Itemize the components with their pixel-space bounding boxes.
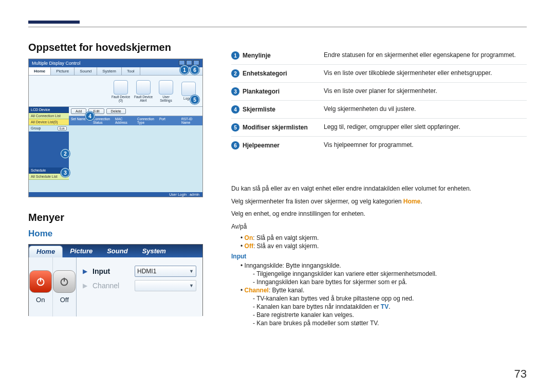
para-3: Velg en enhet, og endre innstillingen fo… [231, 209, 527, 219]
arrow-icon: ▶ [83, 282, 87, 289]
callout-3: 3 [61, 168, 70, 177]
hp-tab-sound: Sound [100, 245, 135, 257]
tool-fault-device: Fault Device (0) [111, 80, 131, 102]
para-avpa: Av/på [231, 222, 527, 232]
legend-label-text: Menylinje [243, 52, 271, 59]
sidebar-section-lcd: LCD Device [29, 107, 69, 113]
legend-desc: Endre statusen for en skjermenhet eller … [324, 51, 527, 59]
input-sub-2: Inngangskilden kan bare byttes for skjer… [253, 278, 527, 286]
legend-num: 1 [231, 51, 239, 60]
sidebar-group: Group Edit [29, 125, 69, 132]
power-on-label: On [36, 296, 45, 304]
home-keyword: Home [403, 198, 420, 205]
hp-tab-picture: Picture [63, 245, 100, 257]
tool-user-settings: User Settings [156, 80, 176, 102]
page-number: 73 [514, 367, 527, 381]
input-row: ▶ Input HDMI1 ▼ [83, 266, 196, 277]
tab-system: System [97, 67, 122, 75]
legend-desc: Velg skjermenheten du vil justere. [324, 105, 527, 113]
tab-tool: Tool [122, 67, 140, 75]
legend-row: 1Menylinje Endre statusen for en skjerme… [231, 47, 527, 65]
mdc-titlebar: Multiple Display Control [29, 59, 202, 67]
legend-label-text: Hjelpeemner [243, 142, 280, 149]
mdc-title-text: Multiple Display Control [32, 61, 81, 66]
btn-delete: Delete [106, 108, 126, 114]
ch-sub-4: Kan bare brukes på modeller som støtter … [253, 320, 527, 327]
legend-desc: Legg til, rediger, omgrupper eller slett… [324, 123, 527, 130]
input-sub-1: Tilgjengelige inngangskilder kan variere… [253, 270, 527, 277]
onoff-list: On: Slå på en valgt skjerm. Off: Slå av … [231, 234, 527, 250]
power-off-button: Off [53, 257, 77, 316]
ch-sub-1: TV-kanalen kan byttes ved å bruke piltas… [253, 295, 527, 302]
callout-4: 4 [85, 111, 95, 121]
legend-num: 5 [231, 123, 239, 132]
hp-tab-home: Home [29, 246, 63, 257]
arrow-icon: ▶ [83, 268, 87, 275]
legend-row: 6Hjelpeemner Vis hjelpeemner for program… [231, 137, 527, 154]
sidebar-edit-button: Edit [58, 126, 67, 130]
callout-5: 5 [190, 95, 199, 104]
tab-home: Home [29, 67, 51, 75]
callout-1: 1 [180, 65, 189, 74]
legend-num: 3 [231, 87, 239, 96]
chevron-down-icon: ▼ [189, 283, 194, 288]
mdc-statusbar: User Login : admin [29, 192, 202, 197]
legend-desc: Vis hjelpeemner for programmet. [324, 141, 527, 148]
legend-table: 1Menylinje Endre statusen for en skjerme… [231, 47, 527, 154]
legend-row: 2Enhetskategori Vis en liste over tilkob… [231, 65, 527, 83]
input-combo: HDMI1 ▼ [135, 266, 196, 277]
legend-label-text: Enhetskategori [243, 70, 287, 77]
channel-label: Channel [92, 282, 130, 290]
callout-6: 6 [190, 65, 199, 74]
sidebar-item-allconn: All Connection List [29, 113, 69, 119]
tool-fault-alert: Fault Device Alert [134, 80, 153, 102]
input-label: Input [92, 267, 130, 275]
legend-row: 5Modifiser skjermlisten Legg til, redige… [231, 119, 527, 137]
input-heading: Input [231, 253, 527, 260]
tab-sound: Sound [75, 67, 97, 75]
mdc-window-screenshot: Multiple Display Control Home Picture So… [28, 59, 203, 197]
power-off-icon [53, 270, 76, 293]
legend-label-text: Plankategori [243, 88, 280, 95]
legend-label-text: Skjermliste [243, 106, 275, 113]
section-heading-layout: Oppsettet for hovedskjermen [28, 42, 203, 53]
ch-sub-3: Bare registrerte kanaler kan velges. [253, 311, 527, 319]
power-on-icon [29, 270, 52, 293]
para-2: Velg skjermenheter fra listen over skjer… [231, 197, 527, 207]
power-off-label: Off [60, 296, 69, 304]
legend-label-text: Modifiser skjermlisten [243, 124, 308, 131]
legend-row: 3Plankategori Vis en liste over planer f… [231, 83, 527, 101]
hp-tab-system: System [135, 245, 173, 257]
para-1: Du kan slå på eller av en valgt enhet el… [231, 184, 527, 194]
chevron-down-icon: ▼ [189, 269, 194, 274]
legend-num: 4 [231, 105, 239, 114]
legend-num: 2 [231, 69, 239, 78]
input-value: HDMI1 [137, 268, 156, 275]
tab-picture: Picture [51, 67, 75, 75]
channel-row: ▶ Channel ▼ [83, 280, 196, 291]
btn-add: Add [71, 108, 86, 114]
legend-desc: Vis en liste over planer for skjermenhet… [324, 87, 527, 95]
heading-home: Home [28, 229, 203, 239]
section-heading-menus: Menyer [28, 212, 203, 223]
off-item: Off: Slå av en valgt skjerm. [240, 242, 527, 250]
callout-2: 2 [61, 149, 70, 158]
input-list: Inngangskilde: Bytte inngangskilde. Tilg… [231, 262, 527, 327]
mdc-tabs: Home Picture Sound System Tool [29, 67, 202, 76]
on-item: On: Slå på en valgt skjerm. [240, 234, 527, 241]
power-on-button: On [29, 257, 53, 316]
mdc-toolbar: Fault Device (0) Fault Device Alert User… [29, 76, 202, 107]
legend-num: 6 [231, 141, 239, 150]
input-item-1: Inngangskilde: Bytte inngangskilde. Tilg… [240, 262, 527, 286]
legend-desc: Vis en liste over tilkoblede skjermenhet… [324, 69, 527, 77]
ch-sub-2: Kanalen kan bare byttes når inndatakilde… [253, 303, 527, 310]
sidebar-item-alldev: All Device List(0) [29, 119, 69, 125]
home-panel-screenshot: Home Picture Sound System On [28, 244, 203, 316]
channel-combo: ▼ [135, 280, 196, 291]
legend-row: 4Skjermliste Velg skjermenheten du vil j… [231, 101, 527, 119]
channel-item: Channel: Bytte kanal. TV-kanalen kan byt… [240, 287, 527, 327]
